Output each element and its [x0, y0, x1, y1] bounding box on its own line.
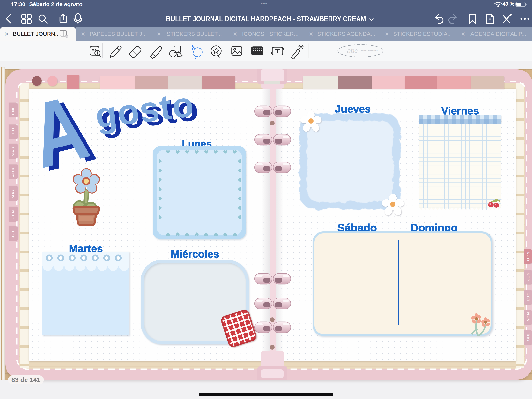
svg-text:~~~~~: ~~~~~ [361, 47, 378, 54]
svg-text:abc: abc [347, 47, 358, 54]
